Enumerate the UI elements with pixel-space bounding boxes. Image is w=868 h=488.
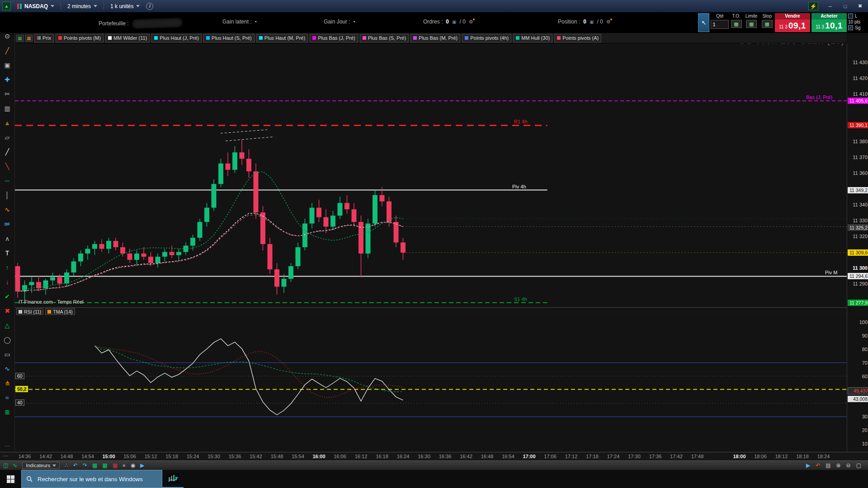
legend-item[interactable]: Prix [34, 34, 54, 42]
rsi-legend-item[interactable]: RSI (11) [16, 308, 43, 315]
tool-arrow-up[interactable]: ↑ [2, 262, 13, 273]
taskbar-search[interactable] [21, 470, 162, 488]
stop-order-button[interactable]: ▦ [762, 20, 773, 28]
position-list-icon[interactable]: ▣ [590, 19, 594, 24]
legend-item[interactable]: Plus Haut (J, Pré) [151, 34, 202, 42]
tool-pattern[interactable]: ʌ [2, 233, 13, 244]
gear-icon[interactable]: ⚙ [469, 19, 473, 25]
play-icon[interactable]: ▶ [140, 463, 144, 468]
redo-icon[interactable]: ↷ [83, 463, 87, 468]
legend-item[interactable]: Points pivots (A) [554, 34, 601, 42]
tool-zigzag[interactable]: ∿ [2, 204, 13, 215]
tool-rectangle[interactable]: ▭ [2, 349, 13, 360]
instrument-selector[interactable]: NASDAQ [14, 2, 57, 11]
legend-item[interactable]: MM Wilder (11) [105, 34, 150, 42]
zoom-in-icon[interactable]: ⊕ [836, 463, 841, 468]
order-mode-button[interactable]: ↖ [698, 13, 709, 32]
limit-order-button[interactable]: ▦ [746, 20, 757, 28]
print-icon[interactable]: ▤ [826, 463, 830, 468]
tool-move[interactable]: ✚ [2, 74, 13, 85]
axis-tick-label: 90 [847, 333, 868, 338]
gain-latent-label: Gain latent : [222, 19, 252, 25]
next-icon[interactable]: ▶ [806, 463, 810, 468]
data-table-button[interactable]: ▦ [25, 35, 33, 42]
svg-text:Piv 4h: Piv 4h [512, 184, 526, 189]
tool-triangle[interactable]: △ [2, 320, 13, 331]
search-input[interactable] [37, 475, 157, 483]
legend-item[interactable]: Plus Haut (S, Pré) [203, 34, 255, 42]
zoom-out-icon[interactable]: ⊖ [846, 463, 851, 468]
legend-item[interactable]: Points pivots (4h) [462, 34, 511, 42]
tool-ruler[interactable]: ╱ [2, 45, 13, 56]
price-chart[interactable]: Bas (J, Pré)R1 4hPiv 4hPiv MS1 4h [15, 43, 847, 307]
curve-style-icon[interactable]: ∿ [13, 463, 17, 468]
grid-green-icon[interactable]: ▦ [92, 463, 97, 468]
rsi-chart[interactable] [15, 315, 847, 452]
chevron-down-icon [52, 465, 56, 467]
tool-trendline[interactable]: ╱ [2, 146, 13, 157]
legend-item[interactable]: Plus Haut (M, Pré) [256, 34, 308, 42]
share-icon[interactable]: ∴ [65, 463, 68, 468]
timeframe-selector[interactable]: 2 minutes [65, 2, 100, 11]
price-style-icon[interactable]: ◫ [3, 463, 8, 468]
rsi-legend-item[interactable]: TMA (14) [45, 308, 75, 315]
tool-alert[interactable]: ▲ [2, 117, 13, 128]
tool-copy[interactable]: ▣ [2, 60, 13, 70]
indicator-color-icon [19, 310, 22, 314]
tool-arrow-down[interactable]: ↓ [2, 277, 13, 287]
legend-item[interactable]: Plus Bas (J, Pré) [310, 34, 358, 42]
tool-cross[interactable]: ✖ [2, 305, 13, 316]
tool-horizontal-line[interactable]: ─ [2, 175, 13, 186]
tool-cut[interactable]: ✂ [2, 89, 13, 99]
undo-icon[interactable]: ↶ [73, 463, 78, 468]
tool-segment-red[interactable]: ╲ [2, 161, 13, 172]
legend-item[interactable]: Points pivots (M) [56, 34, 104, 42]
units-selector[interactable]: 1 k unités [108, 2, 142, 11]
price-axis[interactable]: 11 43011 42011 41011 38011 37011 36011 3… [847, 43, 868, 452]
time-tick-label: 15:54 [289, 454, 307, 459]
grid-red-icon[interactable]: ▦ [113, 463, 118, 468]
tool-vertical-line[interactable]: │ [2, 190, 13, 201]
quick-trade-icon[interactable]: ⚡ [808, 2, 818, 10]
reset-view-icon[interactable]: ↶ [816, 463, 820, 468]
tool-steps[interactable]: ≣ [2, 407, 13, 418]
tool-pitchfork[interactable]: ⋔ [2, 378, 13, 389]
orders-list-icon[interactable]: ▣ [452, 19, 456, 24]
tool-eraser[interactable]: ▱ [2, 132, 13, 143]
legend-item[interactable]: Plus Bas (S, Pré) [360, 34, 409, 42]
maximize-button[interactable]: □ [840, 2, 851, 11]
legend-item[interactable]: Plus Bas (M, Pré) [410, 34, 460, 42]
legend-item[interactable]: MM Hull (30) [513, 34, 552, 42]
indicator-color-icon [154, 36, 158, 40]
gear-icon[interactable]: ⚙ [606, 19, 611, 25]
tool-zigzag-blue[interactable]: ∿ [2, 363, 13, 374]
indicators-dropdown[interactable]: Indicateurs [22, 462, 60, 469]
quantity-input[interactable] [711, 20, 729, 29]
sell-button[interactable]: 11 3 09,1 [775, 19, 810, 32]
l-checkbox[interactable] [848, 14, 853, 19]
snapshot-icon[interactable]: ◉ [131, 463, 135, 468]
fullscreen-icon[interactable]: ▢ [856, 463, 861, 468]
tool-check[interactable]: ✔ [2, 291, 13, 302]
tool-ellipse[interactable]: ◯ [2, 334, 13, 345]
legend-item-label: Prix [42, 35, 51, 41]
taskbar-app-trading[interactable] [162, 470, 184, 488]
time-axis[interactable]: ⋯ 14:3614:4214:4814:5415:0015:0615:1215:… [0, 452, 868, 461]
sg-checkbox[interactable]: ✓ [848, 25, 853, 30]
buy-button[interactable]: 11 3 10,1 [811, 19, 847, 32]
toolbar-overflow-icon[interactable]: ⋯ [0, 443, 15, 449]
chart-properties-button[interactable]: ▦ [16, 35, 24, 42]
close-button[interactable]: ✖ [854, 2, 866, 11]
start-button[interactable] [0, 470, 21, 488]
to-order-button[interactable]: ▦ [731, 20, 742, 28]
tool-text[interactable]: T [2, 248, 13, 258]
grid-green-2-icon[interactable]: ▦ [102, 463, 107, 468]
tool-delete[interactable]: ▥ [2, 103, 13, 114]
gain-jour-label: Gain Jour : [324, 19, 350, 25]
info-button[interactable]: i [146, 3, 153, 10]
tool-df-tool[interactable]: DF [2, 219, 13, 230]
minimize-button[interactable]: ─ [825, 2, 836, 11]
tool-wave[interactable]: ≈ [2, 392, 13, 403]
axis-menu-icon[interactable]: ⋯ [3, 453, 9, 459]
collapse-icon[interactable]: « [123, 463, 126, 468]
